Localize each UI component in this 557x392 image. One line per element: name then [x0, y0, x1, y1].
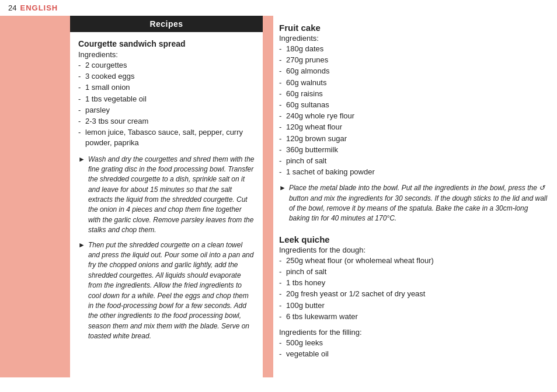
fruit-cake-note-item: ► Place the metal blade into the bowl. P…: [279, 183, 549, 224]
list-item: 120g brown sugar: [279, 134, 549, 144]
list-item: 1 tbs vegetable oil: [78, 94, 255, 104]
language-label: ENGLISH: [20, 4, 58, 12]
courgette-ingredient-list: 2 courgettes 3 cooked eggs 1 small onion…: [78, 60, 255, 149]
list-item: 6 tbs lukewarm water: [279, 312, 549, 322]
leek-quiche-title: Leek quiche: [279, 235, 549, 244]
list-item: 120g wheat flour: [279, 122, 549, 132]
list-item: 60g sultanas: [279, 100, 549, 110]
fruit-cake-ingredients-label: Ingredients:: [279, 34, 549, 43]
fruit-cake-ingredient-list: 180g dates 270g prunes 60g almonds 60g w…: [279, 44, 549, 177]
leek-dough-label: Ingredients for the dough:: [279, 246, 549, 254]
left-column: Recipes Courgette sandwich spread Ingred…: [70, 16, 263, 377]
list-item: 500g leeks: [279, 338, 549, 348]
list-item: 240g whole rye flour: [279, 111, 549, 121]
leek-filling-label: Ingredients for the filling:: [279, 328, 549, 337]
recipes-header: Recipes: [70, 16, 263, 32]
instruction-text-1: Wash and dry the courgettes and shred th…: [88, 155, 255, 236]
fruit-cake-instruction-text: Place the metal blade into the bowl. Put…: [289, 183, 549, 224]
list-item: pinch of salt: [279, 267, 549, 277]
courgette-instructions: ► Wash and dry the courgettes and shred …: [78, 155, 255, 342]
left-content: Courgette sandwich spread Ingredients: 2…: [70, 32, 263, 359]
bullet-icon: ►: [78, 240, 85, 342]
list-item: 2 courgettes: [78, 60, 255, 71]
leek-dough-list: 250g wheat flour (or wholemeal wheat flo…: [279, 256, 549, 322]
list-item: 100g butter: [279, 300, 549, 311]
instruction-item-1: ► Wash and dry the courgettes and shred …: [78, 155, 255, 236]
list-item: 60g almonds: [279, 66, 549, 76]
page-wrapper: 24 ENGLISH Recipes Courgette sandwich sp…: [0, 0, 557, 377]
list-item: 180g dates: [279, 44, 549, 54]
fruit-cake-instruction: ► Place the metal blade into the bowl. P…: [279, 183, 549, 224]
fruit-cake-section: Fruit cake Ingredients: 180g dates 270g …: [279, 23, 549, 224]
fruit-cake-title: Fruit cake: [279, 23, 549, 33]
list-item: 2-3 tbs sour cream: [78, 116, 255, 127]
list-item: 250g wheat flour (or wholemeal wheat flo…: [279, 256, 549, 266]
right-column: Fruit cake Ingredients: 180g dates 270g …: [273, 16, 557, 377]
list-item: 60g raisins: [279, 89, 549, 99]
page-number: 24: [8, 4, 16, 12]
list-item: 1 tbs honey: [279, 278, 549, 288]
list-item: 360g buttermilk: [279, 145, 549, 155]
bullet-icon: ►: [279, 183, 286, 224]
list-item: pinch of salt: [279, 156, 549, 166]
courgette-ingredients-label: Ingredients:: [78, 50, 255, 59]
list-item: 270g prunes: [279, 55, 549, 65]
list-item: 60g walnuts: [279, 78, 549, 88]
top-bar: 24 ENGLISH: [0, 0, 557, 16]
list-item: lemon juice, Tabasco sauce, salt, pepper…: [78, 127, 255, 148]
list-item: 3 cooked eggs: [78, 71, 255, 82]
instruction-item-2: ► Then put the shredded courgette on a c…: [78, 240, 255, 342]
instruction-text-2: Then put the shredded courgette on a cle…: [88, 240, 255, 342]
list-item: 1 sachet of baking powder: [279, 167, 549, 177]
list-item: 20g fresh yeast or 1/2 sachet of dry yea…: [279, 289, 549, 299]
list-item: vegetable oil: [279, 349, 549, 359]
leek-filling-list: 500g leeks vegetable oil: [279, 338, 549, 359]
list-item: 1 small onion: [78, 82, 255, 93]
list-item: parsley: [78, 105, 255, 116]
courgette-section: Courgette sandwich spread Ingredients: 2…: [78, 39, 255, 342]
mid-separator: [263, 16, 273, 377]
courgette-title: Courgette sandwich spread: [78, 39, 255, 48]
main-content: Recipes Courgette sandwich spread Ingred…: [0, 16, 557, 377]
bullet-icon: ►: [78, 155, 85, 236]
leek-quiche-section: Leek quiche Ingredients for the dough: 2…: [279, 235, 549, 360]
filling-label-wrapper: Ingredients for the filling:: [279, 328, 549, 337]
left-sidebar: [0, 16, 70, 377]
